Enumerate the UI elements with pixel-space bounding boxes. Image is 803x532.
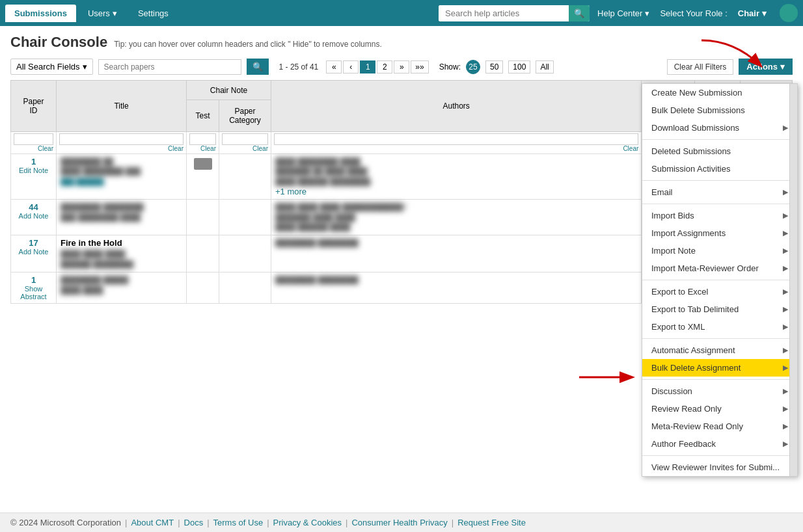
- page-1-button[interactable]: 1: [360, 60, 375, 73]
- filter-title-input[interactable]: [59, 133, 184, 145]
- top-nav: Submissions Users ▾ Settings 🔍 Help Cent…: [0, 0, 803, 26]
- submenu-arrow-icon: ▶: [783, 440, 788, 448]
- show-50-button[interactable]: 50: [485, 60, 503, 73]
- row1-id-cell: 1 Edit Note: [11, 154, 57, 200]
- footer-link-docs[interactable]: Docs: [184, 518, 204, 527]
- show-all-button[interactable]: All: [536, 60, 553, 73]
- search-papers-input[interactable]: [98, 59, 241, 75]
- submenu-arrow-icon: ▶: [783, 188, 788, 196]
- footer-copyright: © 2024 Microsoft Corporation: [10, 518, 121, 527]
- col-paper-id[interactable]: PaperID: [11, 81, 57, 132]
- dropdown-scrollbar[interactable]: [789, 84, 797, 476]
- filter-title-clear[interactable]: Clear: [59, 145, 184, 152]
- submenu-arrow-icon: ▶: [783, 364, 788, 372]
- menu-item-import-meta-reviewer[interactable]: Import Meta-Reviewer Order ▶: [642, 259, 797, 277]
- menu-item-bulk-delete-submissions[interactable]: Bulk Delete Submissions: [642, 101, 797, 119]
- row2-title-cell: ████████ ███████████ ████████ ████: [57, 200, 187, 235]
- menu-item-bulk-delete-assignment[interactable]: Bulk Delete Assignment ▶: [642, 359, 797, 377]
- row2-id-cell: 44 Add Note: [11, 200, 57, 235]
- role-select-label: Select Your Role :: [657, 5, 729, 22]
- show-25-button[interactable]: 25: [466, 60, 480, 74]
- col-title[interactable]: Title: [57, 81, 187, 132]
- row4-title-cell: ████████ █████████ ████: [57, 273, 187, 304]
- row2-add-note[interactable]: Add Note: [15, 212, 52, 220]
- menu-item-review-read-only[interactable]: Review Read Only ▶: [642, 400, 797, 418]
- menu-item-import-note[interactable]: Import Note ▶: [642, 242, 797, 259]
- submenu-arrow-icon: ▶: [783, 323, 788, 331]
- row3-add-note[interactable]: Add Note: [15, 248, 52, 256]
- submenu-arrow-icon: ▶: [783, 305, 788, 313]
- col-chair-test[interactable]: Test: [187, 100, 219, 132]
- actions-button[interactable]: Actions ▾: [739, 59, 793, 75]
- clear-all-filters-button[interactable]: Clear All Filters: [667, 59, 734, 75]
- chevron-down-icon: ▾: [762, 8, 767, 18]
- menu-item-create-submission[interactable]: Create New Submission: [642, 84, 797, 101]
- submenu-arrow-icon: ▶: [783, 229, 788, 237]
- page-tip: Tip: you can hover over column headers a…: [114, 40, 382, 49]
- col-authors[interactable]: Authors: [271, 81, 642, 132]
- row4-title: ████████ █████████ ████: [61, 275, 182, 295]
- nav-tab-settings[interactable]: Settings: [129, 5, 178, 22]
- page-last-button[interactable]: »»: [411, 60, 428, 73]
- chevron-down-icon: ▾: [780, 62, 785, 72]
- filter-category-clear[interactable]: Clear: [222, 145, 268, 152]
- filter-category-input[interactable]: [222, 133, 268, 145]
- show-100-button[interactable]: 100: [508, 60, 530, 73]
- nav-tab-submissions[interactable]: Submissions: [5, 5, 76, 22]
- chair-role-button[interactable]: Chair ▾: [730, 5, 774, 22]
- menu-item-author-feedback[interactable]: Author Feedback ▶: [642, 435, 797, 453]
- menu-item-automatic-assignment[interactable]: Automatic Assignment ▶: [642, 341, 797, 359]
- submenu-arrow-icon: ▶: [783, 287, 788, 296]
- help-search-input[interactable]: [439, 5, 569, 21]
- menu-item-download-submissions[interactable]: Download Submissions ▶: [642, 119, 797, 137]
- filter-paper-id-input[interactable]: [14, 133, 53, 145]
- row3-subtitle: ████ ████ ██████████ ████████: [61, 249, 182, 269]
- row1-edit-note[interactable]: Edit Note: [15, 166, 52, 174]
- user-avatar[interactable]: [780, 4, 798, 22]
- submenu-arrow-icon: ▶: [783, 405, 788, 413]
- search-papers-button[interactable]: 🔍: [247, 59, 269, 75]
- menu-item-import-assignments[interactable]: Import Assignments ▶: [642, 224, 797, 242]
- row1-more-link[interactable]: +1 more: [275, 187, 637, 196]
- page-2-button[interactable]: 2: [377, 60, 392, 73]
- col-chair-note[interactable]: Chair Note: [187, 81, 271, 100]
- footer-link-consumer-health[interactable]: Consumer Health Privacy: [351, 518, 447, 527]
- menu-item-meta-review-read-only[interactable]: Meta-Review Read Only ▶: [642, 418, 797, 435]
- menu-item-export-xml[interactable]: Export to XML ▶: [642, 318, 797, 336]
- filter-authors-clear[interactable]: Clear: [274, 145, 638, 152]
- menu-item-view-reviewer-invites[interactable]: View Reviewer Invites for Submi...: [642, 459, 797, 476]
- menu-item-discussion[interactable]: Discussion ▶: [642, 382, 797, 400]
- footer-link-request-free[interactable]: Request Free Site: [457, 518, 526, 527]
- menu-item-export-excel[interactable]: Export to Excel ▶: [642, 283, 797, 300]
- footer-link-about-cmt[interactable]: About CMT: [131, 518, 174, 527]
- filter-test-clear[interactable]: Clear: [189, 145, 216, 152]
- search-icon: 🔍: [574, 8, 584, 18]
- col-paper-category[interactable]: Paper Category: [219, 100, 271, 132]
- submenu-arrow-icon: ▶: [783, 246, 788, 255]
- menu-item-deleted-submissions[interactable]: Deleted Submissions: [642, 142, 797, 160]
- row1-category: [219, 154, 271, 200]
- page-next-button[interactable]: »: [394, 60, 409, 73]
- page-prev-button[interactable]: ‹: [343, 60, 359, 73]
- filter-test-input[interactable]: [189, 133, 216, 145]
- row3-authors-text: ████████ ████████: [275, 238, 637, 248]
- help-center-button[interactable]: Help Center ▾: [590, 5, 657, 22]
- menu-item-submission-activities[interactable]: Submission Activities: [642, 160, 797, 178]
- menu-item-import-bids[interactable]: Import Bids ▶: [642, 207, 797, 224]
- row4-show-abstract[interactable]: Show Abstract: [15, 285, 52, 300]
- filter-paper-id-clear[interactable]: Clear: [14, 145, 53, 152]
- menu-item-email[interactable]: Email ▶: [642, 183, 797, 201]
- help-search-button[interactable]: 🔍: [569, 5, 590, 21]
- menu-item-export-tab[interactable]: Export to Tab Delimited ▶: [642, 300, 797, 318]
- footer-link-privacy[interactable]: Privacy & Cookies: [273, 518, 342, 527]
- page-first-button[interactable]: «: [326, 60, 342, 73]
- row1-paper-id: 1: [15, 157, 52, 166]
- row4-authors: ████████ ████████: [271, 273, 642, 304]
- footer-link-terms[interactable]: Terms of Use: [213, 518, 264, 527]
- filter-authors-input[interactable]: [274, 133, 638, 145]
- row1-title-cell: ████████ ██████ ████████ ██████ ██████: [57, 154, 187, 200]
- row3-title-cell: Fire in the Hold ████ ████ ██████████ ██…: [57, 235, 187, 273]
- nav-tab-users[interactable]: Users ▾: [79, 5, 126, 22]
- search-fields-button[interactable]: All Search Fields ▾: [10, 59, 93, 75]
- page-title: Chair Console: [10, 34, 107, 51]
